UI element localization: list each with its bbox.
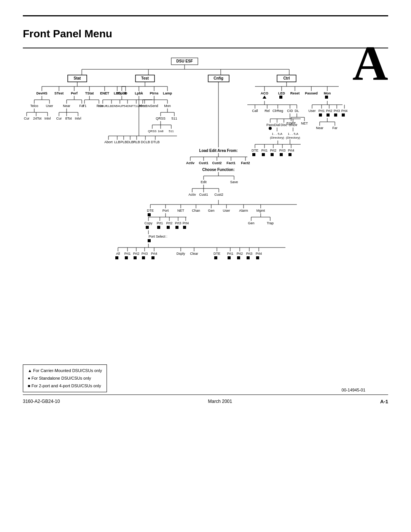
svg-text:DSU ESF: DSU ESF [176, 59, 193, 63]
svg-rect-203 [134, 256, 137, 259]
svg-text:Gen: Gen [208, 209, 214, 212]
svg-text:Chan: Chan [192, 209, 200, 212]
legend-item-1: ▲ For Carrier-Mounted DSU/CSUs only [28, 367, 102, 375]
svg-rect-206 [142, 256, 145, 259]
svg-text:Prt2: Prt2 [237, 252, 243, 256]
svg-text:8Tot: 8Tot [65, 117, 72, 120]
svg-text:LLBDN: LLBDN [107, 104, 116, 108]
svg-text:Cust1: Cust1 [199, 161, 208, 165]
svg-text:User: User [223, 209, 230, 212]
svg-rect-301 [327, 113, 330, 117]
svg-text:Abort: Abort [139, 104, 147, 108]
svg-rect-186 [175, 226, 178, 229]
svg-text:DTE: DTE [147, 209, 154, 212]
svg-text:NET: NET [177, 209, 185, 212]
svg-point-281 [269, 127, 272, 130]
svg-rect-302 [334, 113, 337, 117]
svg-text:Cnfig: Cnfig [213, 76, 223, 80]
svg-text:Fact2: Fact2 [241, 161, 250, 165]
svg-rect-219 [228, 256, 231, 259]
svg-text:Near: Near [63, 104, 70, 108]
svg-text:Telco: Telco [30, 104, 38, 108]
svg-text:Prt1: Prt1 [124, 252, 131, 256]
svg-text:Ptrns: Ptrns [150, 91, 158, 95]
svg-text:PLB: PLB [120, 140, 127, 144]
svg-text:Fact1: Fact1 [226, 161, 236, 165]
svg-text:Rel: Rel [264, 109, 270, 113]
svg-text:Stat: Stat [74, 76, 81, 80]
svg-text:Activ: Activ [186, 161, 194, 165]
svg-text:Port: Port [162, 209, 169, 212]
svg-text:Test: Test [141, 76, 149, 80]
svg-rect-189 [183, 226, 186, 229]
legend-box: ▲ For Carrier-Mounted DSU/CSUs only ● Fo… [23, 364, 107, 392]
svg-text:Dsply: Dsply [177, 252, 185, 256]
page-container: A Front Panel Menu DSU ESF Stat DevHS ST… [0, 15, 411, 532]
svg-text:TStat: TStat [85, 91, 94, 95]
svg-text:Trap: Trap [267, 221, 274, 225]
svg-text:(Directory): (Directory) [286, 136, 300, 139]
svg-text:Abort: Abort [104, 140, 113, 144]
svg-text:NET: NET [301, 121, 308, 125]
svg-text:Load Edit Area From:: Load Edit Area From: [199, 149, 237, 153]
svg-rect-192 [148, 239, 151, 242]
svg-text:Pass: Pass [266, 123, 274, 127]
svg-text:T1: T1 [83, 104, 87, 108]
svg-rect-180 [157, 226, 160, 229]
svg-text:LED: LED [278, 91, 285, 95]
svg-text:DLB: DLB [127, 140, 134, 144]
svg-text:Passwd: Passwd [305, 91, 318, 95]
svg-text:Intvl: Intvl [75, 117, 81, 120]
svg-text:Mgmt: Mgmt [256, 209, 265, 212]
svg-text:Reset: Reset [290, 91, 300, 95]
svg-text:User: User [308, 109, 315, 113]
svg-text:Prt2: Prt2 [270, 149, 277, 152]
diagram-area: DSU ESF Stat DevHS STest Perf TStat [23, 56, 388, 361]
svg-text:Prt1: Prt1 [319, 109, 325, 113]
page-number: A-1 [380, 399, 388, 404]
section-rule [23, 48, 388, 48]
svg-text:Prt1: Prt1 [157, 221, 163, 225]
svg-rect-158 [148, 213, 151, 216]
svg-text:Prt4: Prt4 [256, 252, 262, 256]
svg-rect-314 [252, 153, 255, 156]
svg-text:Port Select :: Port Select : [148, 235, 167, 238]
triangle-symbol: ▲ [28, 368, 32, 373]
svg-rect-177 [146, 226, 149, 229]
svg-text:RLB: RLB [133, 140, 140, 144]
svg-text:Prt3: Prt3 [334, 109, 340, 113]
svg-text:Prt3: Prt3 [142, 252, 148, 256]
svg-text:LLBUP: LLBUP [98, 104, 107, 108]
svg-text:1 . . 5,A: 1 . . 5,A [272, 132, 282, 136]
svg-text:DevHS: DevHS [36, 91, 47, 95]
svg-text:Prt4: Prt4 [288, 149, 295, 152]
svg-text:QRSS: QRSS [156, 117, 166, 120]
svg-text:54UP: 54UP [116, 104, 124, 108]
page-title: Front Panel Menu [23, 28, 388, 40]
svg-rect-245 [279, 96, 282, 99]
svg-text:Cust1: Cust1 [199, 193, 208, 197]
legend-text-3: For 2-port and 4-port DSU/CSUs only [32, 383, 101, 388]
svg-text:DTLB: DTLB [151, 140, 159, 144]
legend-item-3: ■ For 2-port and 4-port DSU/CSUs only [28, 382, 102, 390]
svg-rect-183 [167, 226, 170, 229]
svg-text:Prt1: Prt1 [227, 252, 234, 256]
svg-text:511: 511 [169, 129, 174, 133]
svg-text:Cur: Cur [24, 117, 30, 120]
svg-rect-228 [256, 256, 259, 259]
bottom-footer: 3160-A2-GB24-10 March 2001 A-1 [23, 395, 388, 408]
svg-text:Send: Send [150, 104, 158, 108]
svg-text:Lamp: Lamp [163, 91, 172, 95]
svg-text:Mon: Mon [324, 91, 331, 95]
svg-text:Perf: Perf [71, 91, 78, 95]
svg-text:Intvl: Intvl [45, 117, 51, 120]
date: March 2001 [208, 399, 232, 404]
svg-rect-326 [288, 153, 292, 156]
svg-rect-200 [125, 256, 128, 259]
svg-text:Call: Call [252, 109, 258, 113]
svg-rect-300 [319, 113, 322, 117]
svg-text:Near: Near [316, 126, 323, 130]
svg-text:Lpbk: Lpbk [135, 91, 143, 95]
doc-number: 3160-A2-GB24-10 [23, 399, 60, 404]
svg-text:Dial: Dial [274, 123, 280, 127]
